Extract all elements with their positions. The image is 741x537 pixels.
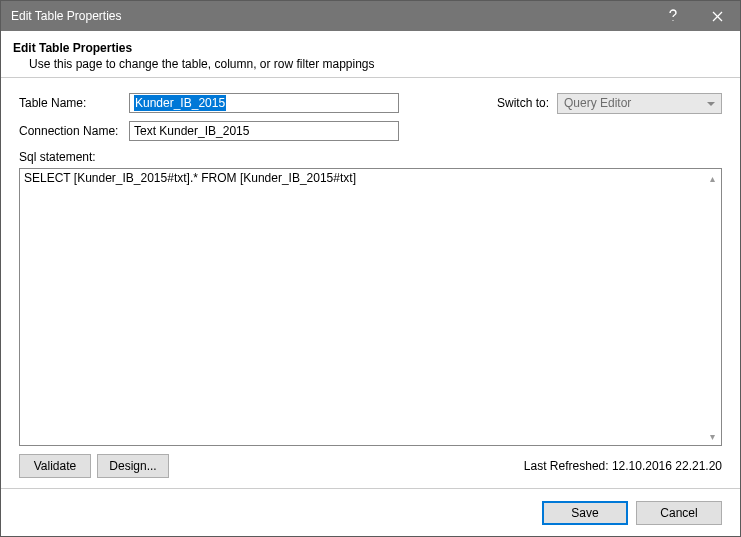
connection-name-label: Connection Name: <box>19 124 129 138</box>
table-name-value: Kunder_IB_2015 <box>134 95 226 111</box>
page-subtitle: Use this page to change the table, colum… <box>29 57 720 71</box>
last-refreshed-text: Last Refreshed: 12.10.2016 22.21.20 <box>524 459 722 473</box>
dialog-footer: Save Cancel <box>1 488 740 536</box>
header: Edit Table Properties Use this page to c… <box>1 31 740 78</box>
help-button[interactable] <box>650 1 695 31</box>
table-name-input[interactable]: Kunder_IB_2015 <box>129 93 399 113</box>
connection-name-row: Connection Name: Text Kunder_IB_2015 <box>19 120 722 142</box>
switch-to-label: Switch to: <box>497 96 549 110</box>
switch-to-group: Switch to: Query Editor <box>497 93 722 114</box>
titlebar: Edit Table Properties <box>1 1 740 31</box>
sql-label: Sql statement: <box>19 150 722 164</box>
save-button[interactable]: Save <box>542 501 628 525</box>
connection-name-value: Text Kunder_IB_2015 <box>134 124 249 138</box>
scroll-down-icon[interactable]: ▾ <box>704 428 720 444</box>
cancel-button[interactable]: Cancel <box>636 501 722 525</box>
close-button[interactable] <box>695 1 740 31</box>
sql-textarea[interactable]: SELECT [Kunder_IB_2015#txt].* FROM [Kund… <box>19 168 722 446</box>
below-sql-row: Validate Design... Last Refreshed: 12.10… <box>19 454 722 478</box>
table-name-row: Table Name: Kunder_IB_2015 Switch to: Qu… <box>19 92 722 114</box>
svg-point-0 <box>672 20 673 21</box>
dialog-window: Edit Table Properties Edit Table Propert… <box>0 0 741 537</box>
table-name-label: Table Name: <box>19 96 129 110</box>
switch-to-select[interactable]: Query Editor <box>557 93 722 114</box>
validate-button[interactable]: Validate <box>19 454 91 478</box>
connection-name-input[interactable]: Text Kunder_IB_2015 <box>129 121 399 141</box>
sql-content: SELECT [Kunder_IB_2015#txt].* FROM [Kund… <box>24 171 356 185</box>
design-button[interactable]: Design... <box>97 454 169 478</box>
dialog-body: Table Name: Kunder_IB_2015 Switch to: Qu… <box>1 78 740 488</box>
page-title: Edit Table Properties <box>13 41 720 55</box>
switch-to-value: Query Editor <box>564 96 631 110</box>
window-title: Edit Table Properties <box>11 9 650 23</box>
scroll-up-icon[interactable]: ▴ <box>704 170 720 186</box>
